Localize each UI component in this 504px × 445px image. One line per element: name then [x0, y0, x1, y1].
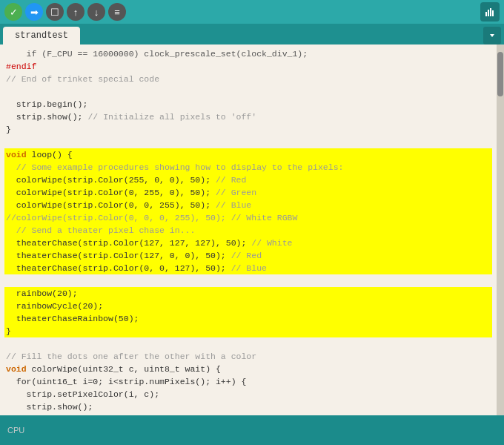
code-line-highlighted: theaterChase(strip.Color(127, 127, 127),…: [4, 237, 492, 249]
svg-rect-0: [485, 12, 487, 16]
code-line: void colorWipe(uint32_t c, uint8_t wait)…: [4, 363, 492, 375]
code-line: [4, 337, 492, 350]
code-line-highlighted: // Send a theater pixel chase in...: [4, 224, 492, 237]
code-line-highlighted: rainbowCycle(20);: [4, 300, 492, 312]
code-line-highlighted: colorWipe(strip.Color(0, 0, 255), 50); /…: [4, 199, 492, 211]
tab-label: strandtest: [15, 30, 68, 41]
serial-plotter-button[interactable]: [480, 2, 500, 22]
code-line-highlighted: theaterChase(strip.Color(0, 0, 127), 50)…: [4, 262, 492, 274]
toolbar: ✓ ➡ ☐ ↑ ↓ ≡: [0, 0, 504, 24]
code-line: strip.setPixelColor(i, c);: [4, 388, 492, 400]
code-line-highlighted: colorWipe(strip.Color(255, 0, 0), 50); /…: [4, 174, 492, 186]
code-line-highlighted: theaterChase(strip.Color(127, 0, 0), 50)…: [4, 249, 492, 262]
toolbar-right: [480, 2, 500, 22]
code-line-highlighted: // Some example procedures showing how t…: [4, 161, 492, 174]
editor-content[interactable]: if (F_CPU == 16000000) clock_prescale_se…: [0, 44, 497, 415]
editor-container: if (F_CPU == 16000000) clock_prescale_se…: [0, 44, 504, 415]
code-line: strip.show(); // Initialize all pixels t…: [4, 111, 492, 123]
code-line: #endif: [4, 60, 492, 73]
new-button[interactable]: ☐: [46, 3, 64, 21]
code-line-highlighted: void loop() {: [4, 148, 492, 161]
svg-rect-3: [492, 10, 494, 16]
code-line-highlighted: rainbow(20);: [4, 287, 492, 300]
scrollbar-thumb[interactable]: [497, 52, 503, 96]
statusbar: CPU: [0, 415, 504, 445]
tab-strandtest[interactable]: strandtest: [3, 27, 80, 44]
scrollbar[interactable]: [497, 44, 504, 415]
code-area: if (F_CPU == 16000000) clock_prescale_se…: [0, 47, 497, 415]
tab-dropdown-button[interactable]: [483, 27, 501, 44]
serial-monitor-button[interactable]: ≡: [108, 3, 126, 21]
code-line-highlighted: }: [4, 325, 492, 337]
save-button[interactable]: ↓: [87, 3, 105, 21]
code-line: [4, 85, 492, 98]
code-line-highlighted: colorWipe(strip.Color(0, 255, 0), 50); /…: [4, 186, 492, 199]
upload-button[interactable]: ➡: [25, 3, 43, 21]
statusbar-cpu-label: CPU: [7, 426, 24, 435]
code-line-highlighted: theaterChaseRainbow(50);: [4, 312, 492, 325]
verify-button[interactable]: ✓: [4, 3, 22, 21]
svg-rect-1: [488, 10, 489, 16]
code-line: // End of trinket special code: [4, 73, 492, 85]
open-button[interactable]: ↑: [67, 3, 84, 21]
code-line: [4, 136, 492, 148]
code-line: if (F_CPU == 16000000) clock_prescale_se…: [4, 47, 492, 60]
code-line: [4, 274, 492, 287]
code-line: strip.show();: [4, 400, 492, 413]
tabbar: strandtest: [0, 24, 504, 44]
code-line-highlighted: //colorWipe(strip.Color(0, 0, 0, 255), 5…: [4, 211, 492, 224]
code-line: strip.begin();: [4, 98, 492, 111]
code-line: // Fill the dots one after the other wit…: [4, 350, 492, 363]
code-line: }: [4, 123, 492, 136]
svg-rect-2: [490, 8, 491, 16]
code-line: for(uint16_t i=0; i<strip.numPixels(); i…: [4, 375, 492, 388]
